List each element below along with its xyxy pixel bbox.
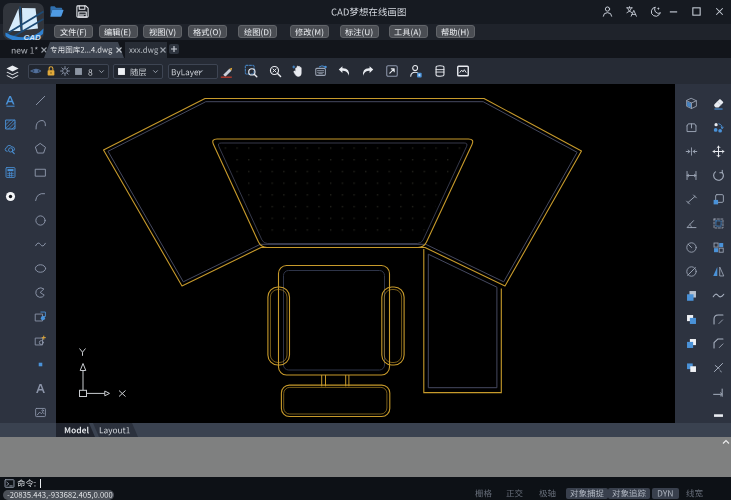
svg-text:CAD: CAD (24, 33, 42, 40)
